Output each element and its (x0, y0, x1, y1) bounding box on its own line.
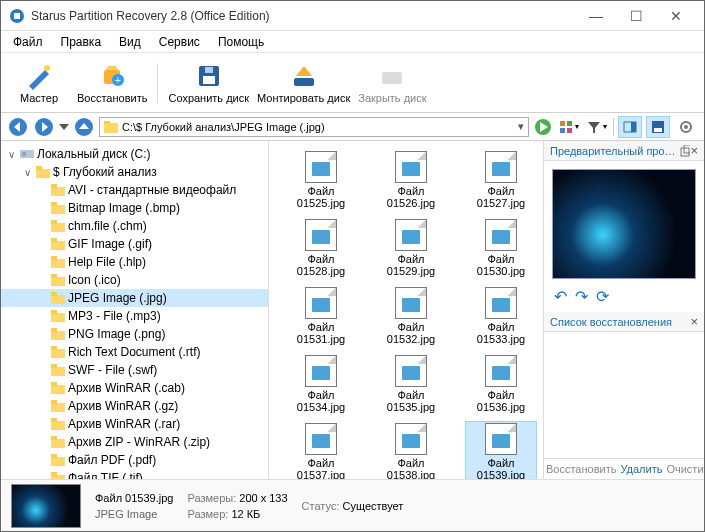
tree-root[interactable]: ∨Локальный диск (C:) (1, 145, 268, 163)
svg-rect-37 (36, 169, 50, 178)
savedisk-label: Сохранить диск (168, 92, 249, 104)
mountdisk-button[interactable]: Монтировать диск (257, 62, 350, 104)
image-file-icon (485, 355, 517, 387)
tree-item[interactable]: Архив WinRAR (.rar) (1, 415, 268, 433)
menu-edit[interactable]: Правка (53, 33, 110, 51)
nav-forward[interactable] (33, 116, 55, 138)
filter-button[interactable]: ▾ (585, 116, 609, 138)
savedisk-button[interactable]: Сохранить диск (168, 62, 249, 104)
address-path: C:\$ Глубокий анализ\JPEG Image (.jpg) (122, 121, 325, 133)
tree-item[interactable]: Архив ZIP - WinRAR (.zip) (1, 433, 268, 451)
minimize-button[interactable]: — (576, 2, 616, 30)
file-item[interactable]: Файл01526.jpg (375, 149, 447, 211)
image-file-icon (485, 423, 517, 455)
menu-view[interactable]: Вид (111, 33, 149, 51)
status-bar: Файл 01539.jpg JPEG Image Размеры: 200 x… (1, 479, 704, 531)
tree-item[interactable]: Rich Text Document (.rtf) (1, 343, 268, 361)
tree-item[interactable]: Icon (.ico) (1, 271, 268, 289)
file-item[interactable]: Файл01536.jpg (465, 353, 537, 415)
tree-item[interactable]: Архив WinRAR (.cab) (1, 379, 268, 397)
nav-up[interactable] (73, 116, 95, 138)
file-item[interactable]: Файл01529.jpg (375, 217, 447, 279)
tree-item[interactable]: GIF Image (.gif) (1, 235, 268, 253)
preview-icon (623, 120, 637, 134)
folder-tree[interactable]: ∨Локальный диск (C:)∨$ Глубокий анализAV… (1, 141, 269, 479)
svg-rect-62 (51, 382, 57, 386)
preview-header: Предварительный просмотр × (544, 141, 704, 161)
nav-back[interactable] (7, 116, 29, 138)
tree-item[interactable]: SWF - File (.swf) (1, 361, 268, 379)
image-file-icon (395, 151, 427, 183)
svg-rect-60 (51, 364, 57, 368)
window-title: Starus Partition Recovery 2.8 (Office Ed… (31, 9, 576, 23)
svg-rect-38 (36, 166, 42, 170)
rotate-left-icon[interactable]: ↶ (554, 287, 567, 306)
preview-close-icon[interactable]: × (690, 143, 698, 158)
tree-item[interactable]: chm.file (.chm) (1, 217, 268, 235)
tree-item[interactable]: Файл PDF (.pdf) (1, 451, 268, 469)
status-status-label: Статус: (302, 500, 340, 512)
tree-deep-analysis[interactable]: ∨$ Глубокий анализ (1, 163, 268, 181)
close-button[interactable]: ✕ (656, 2, 696, 30)
tree-item[interactable]: Bitmap Image (.bmp) (1, 199, 268, 217)
tree-item[interactable]: Файл TIF (.tif) (1, 469, 268, 479)
menu-file[interactable]: Файл (5, 33, 51, 51)
file-item[interactable]: Файл01539.jpg (465, 421, 537, 479)
closedisk-label: Закрыть диск (358, 92, 426, 104)
svg-rect-45 (51, 241, 65, 250)
tree-item[interactable]: Архив WinRAR (.gz) (1, 397, 268, 415)
refresh-icon[interactable]: ⟳ (596, 287, 609, 306)
file-item[interactable]: Файл01534.jpg (285, 353, 357, 415)
svg-rect-20 (104, 123, 118, 133)
popout-icon[interactable] (680, 145, 691, 157)
view-mode-button[interactable]: ▾ (557, 116, 581, 138)
nav-go[interactable] (533, 117, 553, 137)
save-toggle[interactable] (646, 116, 670, 138)
menu-service[interactable]: Сервис (151, 33, 208, 51)
svg-rect-59 (51, 367, 65, 376)
file-item[interactable]: Файл01530.jpg (465, 217, 537, 279)
tree-item[interactable]: MP3 - File (.mp3) (1, 307, 268, 325)
svg-rect-54 (51, 310, 57, 314)
address-bar[interactable]: C:\$ Глубокий анализ\JPEG Image (.jpg) ▾ (99, 117, 529, 137)
nav-history-dropdown[interactable] (59, 122, 69, 132)
file-item[interactable]: Файл01531.jpg (285, 285, 357, 347)
tree-item[interactable]: AVI - стандартные видеофайл (1, 181, 268, 199)
save-icon (195, 62, 223, 90)
svg-marker-28 (588, 122, 600, 133)
svg-rect-10 (294, 78, 314, 86)
file-item[interactable]: Файл01533.jpg (465, 285, 537, 347)
maximize-button[interactable]: ☐ (616, 2, 656, 30)
menu-help[interactable]: Помощь (210, 33, 272, 51)
preview-toggle[interactable] (618, 116, 642, 138)
recover-button[interactable]: + Восстановить (77, 62, 147, 104)
reclist-close-icon[interactable]: × (690, 314, 698, 329)
tree-item[interactable]: Help File (.hlp) (1, 253, 268, 271)
file-item[interactable]: Файл01528.jpg (285, 217, 357, 279)
tree-item[interactable]: PNG Image (.png) (1, 325, 268, 343)
svg-rect-49 (51, 277, 65, 286)
svg-rect-25 (567, 121, 572, 126)
file-item[interactable]: Файл01525.jpg (285, 149, 357, 211)
file-item[interactable]: Файл01535.jpg (375, 353, 447, 415)
recovery-list[interactable] (544, 332, 704, 458)
tree-item[interactable]: JPEG Image (.jpg) (1, 289, 268, 307)
file-pane[interactable]: Файл01525.jpgФайл01526.jpgФайл01527.jpgФ… (269, 141, 544, 479)
file-item[interactable]: Файл01537.jpg (285, 421, 357, 479)
image-file-icon (305, 287, 337, 319)
side-delete[interactable]: Удалить (618, 459, 664, 479)
image-file-icon (395, 423, 427, 455)
address-dropdown-icon[interactable]: ▾ (518, 120, 524, 133)
options-button[interactable] (674, 116, 698, 138)
recover-label: Восстановить (77, 92, 147, 104)
main-area: ∨Локальный диск (C:)∨$ Глубокий анализAV… (1, 141, 704, 479)
file-item[interactable]: Файл01527.jpg (465, 149, 537, 211)
wizard-button[interactable]: Мастер (9, 62, 69, 104)
svg-rect-48 (51, 256, 57, 260)
status-thumbnail (11, 484, 81, 528)
rotate-right-icon[interactable]: ↷ (575, 287, 588, 306)
file-item[interactable]: Файл01532.jpg (375, 285, 447, 347)
svg-rect-36 (22, 152, 26, 156)
file-item[interactable]: Файл01538.jpg (375, 421, 447, 479)
status-size-value: 12 КБ (231, 508, 260, 520)
